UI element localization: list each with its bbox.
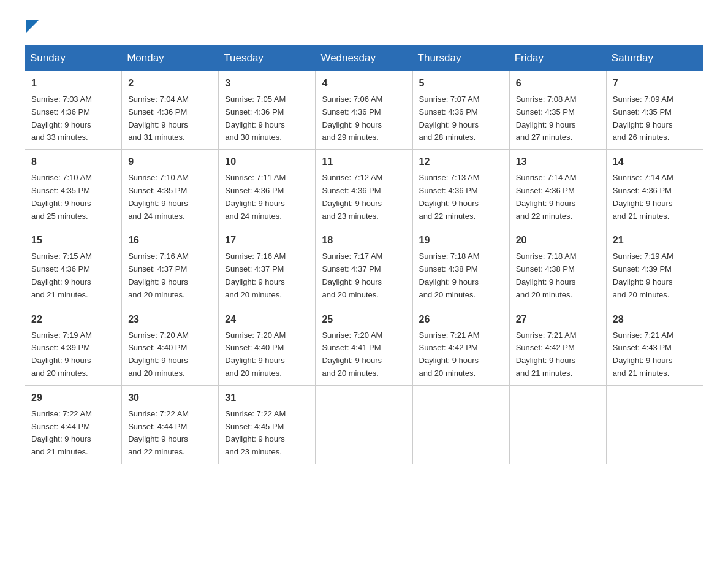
weekday-header-row: SundayMondayTuesdayWednesdayThursdayFrid… <box>25 46 703 71</box>
calendar-cell: 18 Sunrise: 7:17 AMSunset: 4:37 PMDaylig… <box>316 228 412 307</box>
day-number: 18 <box>322 233 406 248</box>
day-info: Sunrise: 7:22 AMSunset: 4:44 PMDaylight:… <box>128 409 189 456</box>
calendar-cell <box>316 385 412 464</box>
day-info: Sunrise: 7:12 AMSunset: 4:36 PMDaylight:… <box>322 173 382 220</box>
day-info: Sunrise: 7:09 AMSunset: 4:35 PMDaylight:… <box>613 94 673 142</box>
day-number: 22 <box>31 312 115 327</box>
day-info: Sunrise: 7:10 AMSunset: 4:35 PMDaylight:… <box>31 173 92 220</box>
day-number: 10 <box>225 155 309 169</box>
calendar-cell: 27 Sunrise: 7:21 AMSunset: 4:42 PMDaylig… <box>509 307 606 385</box>
day-number: 9 <box>128 155 212 169</box>
day-number: 11 <box>322 155 406 169</box>
day-info: Sunrise: 7:08 AMSunset: 4:35 PMDaylight:… <box>516 94 577 142</box>
day-number: 25 <box>322 312 406 327</box>
calendar-cell: 30 Sunrise: 7:22 AMSunset: 4:44 PMDaylig… <box>122 385 219 464</box>
day-number: 20 <box>516 233 600 248</box>
day-info: Sunrise: 7:14 AMSunset: 4:36 PMDaylight:… <box>613 173 673 220</box>
day-info: Sunrise: 7:03 AMSunset: 4:36 PMDaylight:… <box>31 94 92 142</box>
day-info: Sunrise: 7:04 AMSunset: 4:36 PMDaylight:… <box>128 94 189 142</box>
weekday-header-monday: Monday <box>122 46 219 71</box>
day-info: Sunrise: 7:11 AMSunset: 4:36 PMDaylight:… <box>225 173 286 220</box>
calendar-cell: 9 Sunrise: 7:10 AMSunset: 4:35 PMDayligh… <box>122 150 219 228</box>
day-number: 29 <box>31 391 115 405</box>
day-number: 13 <box>516 155 600 169</box>
calendar-cell: 29 Sunrise: 7:22 AMSunset: 4:44 PMDaylig… <box>25 385 122 464</box>
calendar-cell: 11 Sunrise: 7:12 AMSunset: 4:36 PMDaylig… <box>316 150 412 228</box>
day-info: Sunrise: 7:16 AMSunset: 4:37 PMDaylight:… <box>128 251 189 299</box>
day-number: 6 <box>516 76 600 91</box>
week-row-2: 8 Sunrise: 7:10 AMSunset: 4:35 PMDayligh… <box>25 150 703 228</box>
logo-arrow-icon <box>26 20 39 33</box>
day-number: 27 <box>516 312 600 327</box>
calendar-cell: 10 Sunrise: 7:11 AMSunset: 4:36 PMDaylig… <box>219 150 316 228</box>
calendar-cell: 20 Sunrise: 7:18 AMSunset: 4:38 PMDaylig… <box>509 228 606 307</box>
calendar-cell: 28 Sunrise: 7:21 AMSunset: 4:43 PMDaylig… <box>606 307 703 385</box>
day-info: Sunrise: 7:05 AMSunset: 4:36 PMDaylight:… <box>225 94 286 142</box>
calendar-cell: 1 Sunrise: 7:03 AMSunset: 4:36 PMDayligh… <box>25 71 122 150</box>
day-info: Sunrise: 7:14 AMSunset: 4:36 PMDaylight:… <box>516 173 577 220</box>
day-info: Sunrise: 7:06 AMSunset: 4:36 PMDaylight:… <box>322 94 382 142</box>
day-number: 26 <box>419 312 503 327</box>
calendar-cell: 23 Sunrise: 7:20 AMSunset: 4:40 PMDaylig… <box>122 307 219 385</box>
calendar-cell: 3 Sunrise: 7:05 AMSunset: 4:36 PMDayligh… <box>219 71 316 150</box>
day-info: Sunrise: 7:19 AMSunset: 4:39 PMDaylight:… <box>31 331 92 378</box>
day-number: 1 <box>31 76 115 91</box>
day-number: 21 <box>613 233 697 248</box>
day-info: Sunrise: 7:22 AMSunset: 4:44 PMDaylight:… <box>31 409 92 456</box>
calendar-cell: 8 Sunrise: 7:10 AMSunset: 4:35 PMDayligh… <box>25 150 122 228</box>
calendar-cell: 21 Sunrise: 7:19 AMSunset: 4:39 PMDaylig… <box>606 228 703 307</box>
day-number: 19 <box>419 233 503 248</box>
week-row-4: 22 Sunrise: 7:19 AMSunset: 4:39 PMDaylig… <box>25 307 703 385</box>
day-number: 8 <box>31 155 115 169</box>
weekday-header-sunday: Sunday <box>25 46 122 71</box>
logo <box>25 18 39 33</box>
calendar-cell: 6 Sunrise: 7:08 AMSunset: 4:35 PMDayligh… <box>509 71 606 150</box>
day-number: 17 <box>225 233 309 248</box>
calendar-cell: 31 Sunrise: 7:22 AMSunset: 4:45 PMDaylig… <box>219 385 316 464</box>
calendar-cell: 14 Sunrise: 7:14 AMSunset: 4:36 PMDaylig… <box>606 150 703 228</box>
day-number: 15 <box>31 233 115 248</box>
calendar-cell <box>412 385 509 464</box>
day-info: Sunrise: 7:21 AMSunset: 4:42 PMDaylight:… <box>516 331 577 378</box>
calendar-cell: 16 Sunrise: 7:16 AMSunset: 4:37 PMDaylig… <box>122 228 219 307</box>
calendar-cell: 15 Sunrise: 7:15 AMSunset: 4:36 PMDaylig… <box>25 228 122 307</box>
weekday-header-thursday: Thursday <box>412 46 509 71</box>
calendar-cell: 17 Sunrise: 7:16 AMSunset: 4:37 PMDaylig… <box>219 228 316 307</box>
day-info: Sunrise: 7:07 AMSunset: 4:36 PMDaylight:… <box>419 94 480 142</box>
day-info: Sunrise: 7:17 AMSunset: 4:37 PMDaylight:… <box>322 251 382 299</box>
day-info: Sunrise: 7:16 AMSunset: 4:37 PMDaylight:… <box>225 251 286 299</box>
day-info: Sunrise: 7:21 AMSunset: 4:43 PMDaylight:… <box>613 331 673 378</box>
day-info: Sunrise: 7:20 AMSunset: 4:40 PMDaylight:… <box>225 331 286 378</box>
day-info: Sunrise: 7:20 AMSunset: 4:41 PMDaylight:… <box>322 331 382 378</box>
day-info: Sunrise: 7:10 AMSunset: 4:35 PMDaylight:… <box>128 173 189 220</box>
day-info: Sunrise: 7:21 AMSunset: 4:42 PMDaylight:… <box>419 331 480 378</box>
day-info: Sunrise: 7:15 AMSunset: 4:36 PMDaylight:… <box>31 251 92 299</box>
weekday-header-tuesday: Tuesday <box>219 46 316 71</box>
calendar-cell: 4 Sunrise: 7:06 AMSunset: 4:36 PMDayligh… <box>316 71 412 150</box>
day-info: Sunrise: 7:20 AMSunset: 4:40 PMDaylight:… <box>128 331 189 378</box>
calendar-cell: 19 Sunrise: 7:18 AMSunset: 4:38 PMDaylig… <box>412 228 509 307</box>
day-number: 24 <box>225 312 309 327</box>
calendar-table: SundayMondayTuesdayWednesdayThursdayFrid… <box>25 45 703 464</box>
day-info: Sunrise: 7:22 AMSunset: 4:45 PMDaylight:… <box>225 409 286 456</box>
day-number: 23 <box>128 312 212 327</box>
calendar-cell <box>606 385 703 464</box>
day-number: 4 <box>322 76 406 91</box>
day-number: 3 <box>225 76 309 91</box>
day-number: 16 <box>128 233 212 248</box>
calendar-cell: 12 Sunrise: 7:13 AMSunset: 4:36 PMDaylig… <box>412 150 509 228</box>
day-info: Sunrise: 7:13 AMSunset: 4:36 PMDaylight:… <box>419 173 480 220</box>
day-info: Sunrise: 7:19 AMSunset: 4:39 PMDaylight:… <box>613 251 673 299</box>
svg-marker-0 <box>26 20 39 33</box>
day-number: 5 <box>419 76 503 91</box>
day-number: 14 <box>613 155 697 169</box>
calendar-cell: 13 Sunrise: 7:14 AMSunset: 4:36 PMDaylig… <box>509 150 606 228</box>
weekday-header-wednesday: Wednesday <box>316 46 412 71</box>
calendar-cell: 25 Sunrise: 7:20 AMSunset: 4:41 PMDaylig… <box>316 307 412 385</box>
calendar-cell: 7 Sunrise: 7:09 AMSunset: 4:35 PMDayligh… <box>606 71 703 150</box>
calendar-cell: 26 Sunrise: 7:21 AMSunset: 4:42 PMDaylig… <box>412 307 509 385</box>
calendar-cell: 24 Sunrise: 7:20 AMSunset: 4:40 PMDaylig… <box>219 307 316 385</box>
day-number: 2 <box>128 76 212 91</box>
week-row-1: 1 Sunrise: 7:03 AMSunset: 4:36 PMDayligh… <box>25 71 703 150</box>
weekday-header-saturday: Saturday <box>606 46 703 71</box>
